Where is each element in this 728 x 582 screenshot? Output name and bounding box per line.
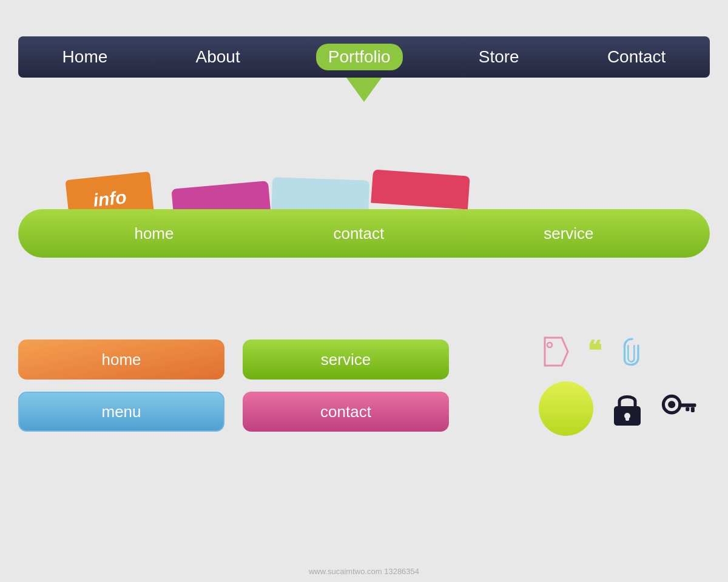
tabs-row: info	[85, 170, 710, 215]
svg-point-0	[547, 343, 552, 347]
nav-store[interactable]: Store	[467, 44, 531, 70]
btn-contact[interactable]: contact	[243, 392, 449, 432]
nav-arrow-down	[345, 75, 383, 102]
tag-icon	[539, 336, 569, 367]
icons-section: ❝	[539, 336, 698, 436]
svg-rect-3	[625, 416, 629, 421]
btn-menu[interactable]: menu	[18, 392, 224, 432]
tab-section: info home contact service	[18, 170, 710, 258]
svg-rect-6	[678, 403, 696, 407]
svg-rect-8	[686, 407, 689, 411]
key-icon	[661, 392, 698, 426]
nav-home[interactable]: Home	[50, 44, 120, 70]
svg-rect-7	[691, 407, 695, 412]
bar-home[interactable]: home	[134, 224, 174, 243]
icons-row-1: ❝	[539, 336, 698, 367]
bar-contact[interactable]: contact	[333, 224, 384, 243]
quote-icon: ❝	[587, 338, 602, 365]
oval-icon	[539, 381, 593, 436]
tab-red[interactable]	[371, 170, 470, 210]
lock-icon	[612, 390, 643, 427]
nav-contact[interactable]: Contact	[595, 44, 678, 70]
svg-point-5	[668, 401, 675, 408]
watermark: www.sucaimtwo.com 13286354	[309, 567, 419, 576]
nav-portfolio[interactable]: Portfolio	[316, 44, 403, 70]
green-bar: home contact service	[18, 209, 710, 258]
icons-row-2	[539, 381, 698, 436]
paperclip-icon	[620, 336, 644, 367]
navbar: Home About Portfolio Store Contact	[18, 36, 710, 78]
btn-service[interactable]: service	[243, 340, 449, 380]
tab-lightblue[interactable]	[271, 177, 369, 214]
bar-service[interactable]: service	[544, 224, 593, 243]
nav-about[interactable]: About	[183, 44, 252, 70]
btn-home[interactable]: home	[18, 340, 224, 380]
